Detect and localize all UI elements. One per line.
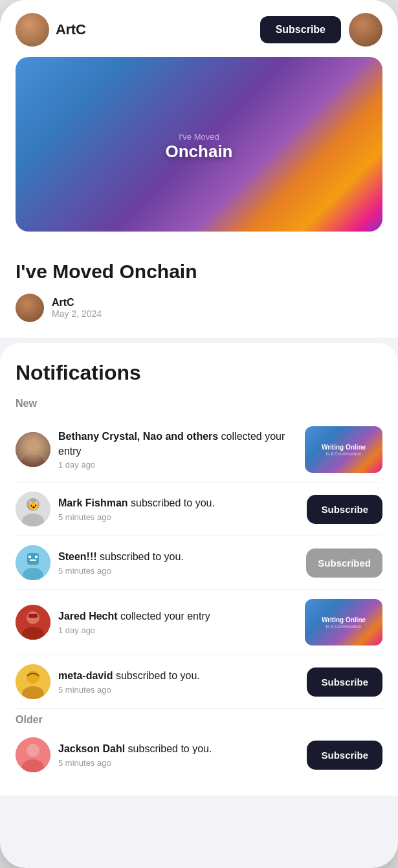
notifications-panel: Notifications New Bethany Crystal, Nao a… xyxy=(0,343,398,796)
post-author-row: ArtC May 2, 2024 xyxy=(16,294,382,338)
notif-content-steen: Steen!!! subscribed to you. 5 minutes ag… xyxy=(58,550,298,575)
subscribe-button-jackson[interactable]: Subscribe xyxy=(307,741,382,770)
avatar-mark[interactable]: 🐱 xyxy=(16,492,50,526)
subscribe-button-meta[interactable]: Subscribe xyxy=(307,667,382,697)
notif-text-mark: Mark Fishman subscribed to you. xyxy=(58,496,299,510)
notif-time-bethany: 1 day ago xyxy=(58,460,297,470)
notif-time-jared: 1 day ago xyxy=(58,625,297,635)
thumb-label-jared: Writing Online xyxy=(322,616,366,624)
notif-content-meta: meta-david subscribed to you. 5 minutes … xyxy=(58,669,299,694)
svg-text:🐱: 🐱 xyxy=(28,500,39,511)
avatar-jackson[interactable] xyxy=(16,737,50,772)
header-avatar[interactable] xyxy=(16,13,49,47)
avatar-steen[interactable] xyxy=(16,545,50,580)
notifications-title: Notifications xyxy=(16,361,382,385)
notif-action-jackson[interactable]: Subscribe xyxy=(307,741,382,770)
svg-rect-8 xyxy=(27,553,39,565)
entry-thumb-bethany[interactable]: Writing Online Is A Conversation xyxy=(305,426,382,473)
post-title: I've Moved Onchain xyxy=(16,260,382,283)
avatar-bethany[interactable] xyxy=(16,432,50,467)
hero-title: Onchain xyxy=(165,142,232,162)
post-author-avatar[interactable] xyxy=(16,294,44,322)
entry-thumb-jared[interactable]: Writing Online Is A Conversation xyxy=(305,599,382,646)
notif-item-mark: 🐱 Mark Fishman subscribed to you. 5 minu… xyxy=(16,483,382,536)
subscribed-button-steen[interactable]: Subscribed xyxy=(306,548,382,578)
notif-text-jared: Jared Hecht collected your entry xyxy=(58,609,297,624)
svg-point-21 xyxy=(27,744,39,757)
notif-action-mark[interactable]: Subscribe xyxy=(307,495,382,524)
notif-content-jared: Jared Hecht collected your entry 1 day a… xyxy=(58,609,297,635)
thumb-sublabel-bethany: Is A Conversation xyxy=(326,451,361,456)
header-avatar-secondary[interactable] xyxy=(349,13,382,47)
notif-time-meta: 5 minutes ago xyxy=(58,685,299,695)
notif-text-steen: Steen!!! subscribed to you. xyxy=(58,550,298,564)
svg-point-1 xyxy=(27,439,39,452)
notif-item-jared: Jared Hecht collected your entry 1 day a… xyxy=(16,590,382,655)
notif-text-bethany: Bethany Crystal, Nao and others collecte… xyxy=(58,429,297,459)
notif-time-jackson: 5 minutes ago xyxy=(58,758,299,768)
notif-content-jackson: Jackson Dahl subscribed to you. 5 minute… xyxy=(58,742,299,767)
thumb-label-bethany: Writing Online xyxy=(322,444,366,451)
hero-image: I've Moved Onchain xyxy=(16,57,382,232)
notif-action-bethany: Writing Online Is A Conversation xyxy=(305,426,382,473)
svg-point-0 xyxy=(16,432,50,467)
notif-content-mark: Mark Fishman subscribed to you. 5 minute… xyxy=(58,496,299,521)
notif-text-meta: meta-david subscribed to you. xyxy=(58,669,299,683)
hero-section: I've Moved Onchain xyxy=(0,57,398,247)
thumb-sublabel-jared: Is A Conversation xyxy=(326,624,361,629)
notif-item-steen: Steen!!! subscribed to you. 5 minutes ag… xyxy=(16,536,382,590)
author-date: May 2, 2024 xyxy=(52,309,102,319)
svg-rect-9 xyxy=(28,556,31,558)
notif-text-jackson: Jackson Dahl subscribed to you. xyxy=(58,742,299,756)
notif-time-mark: 5 minutes ago xyxy=(58,512,299,522)
header-username: ArtC xyxy=(56,21,85,38)
author-name: ArtC xyxy=(52,297,102,309)
author-info: ArtC May 2, 2024 xyxy=(52,297,102,319)
header: ArtC Subscribe xyxy=(0,0,398,57)
notif-item-meta: meta-david subscribed to you. 5 minutes … xyxy=(16,655,382,709)
svg-rect-16 xyxy=(28,614,38,618)
header-left: ArtC xyxy=(16,13,85,47)
phone-frame: ArtC Subscribe I've Moved Onchain I've M… xyxy=(0,0,398,868)
subscribe-button-mark[interactable]: Subscribe xyxy=(307,495,382,524)
hero-overlay: I've Moved Onchain xyxy=(165,132,232,162)
notif-action-steen[interactable]: Subscribed xyxy=(306,548,382,578)
notif-action-jared: Writing Online Is A Conversation xyxy=(305,599,382,646)
hero-subtitle: I've Moved xyxy=(165,132,232,142)
svg-rect-10 xyxy=(35,556,38,558)
notif-action-meta[interactable]: Subscribe xyxy=(307,667,382,697)
notif-item-bethany: Bethany Crystal, Nao and others collecte… xyxy=(16,417,382,483)
avatar-meta[interactable] xyxy=(16,664,50,699)
notif-item-jackson: Jackson Dahl subscribed to you. 5 minute… xyxy=(16,728,382,781)
avatar-jared[interactable] xyxy=(16,605,50,640)
svg-point-2 xyxy=(21,454,45,467)
new-section-label: New xyxy=(16,398,382,409)
post-title-section: I've Moved Onchain ArtC May 2, 2024 xyxy=(0,247,398,338)
older-section-label: Older xyxy=(16,714,382,726)
notif-time-steen: 5 minutes ago xyxy=(58,566,298,576)
header-subscribe-button[interactable]: Subscribe xyxy=(260,16,341,43)
svg-rect-11 xyxy=(30,559,36,561)
notif-content-bethany: Bethany Crystal, Nao and others collecte… xyxy=(58,429,297,470)
